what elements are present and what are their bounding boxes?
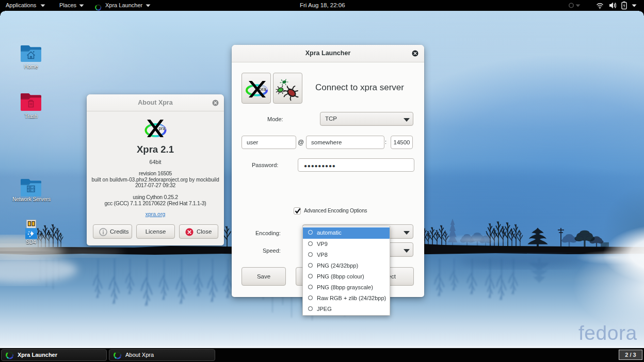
svg-text:pra: pra: [159, 126, 166, 131]
svg-text:pra: pra: [259, 86, 266, 92]
